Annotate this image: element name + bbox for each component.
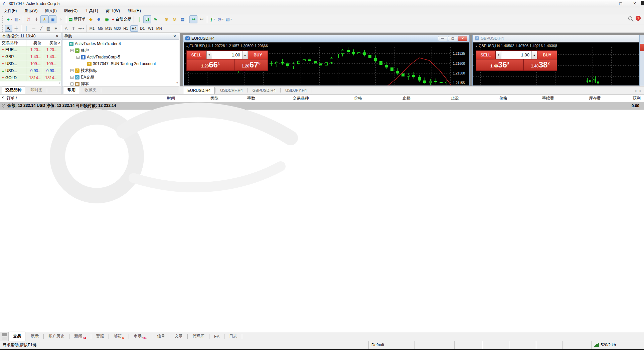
- scroll-down-icon[interactable]: ˅: [176, 81, 178, 84]
- volume-down-icon[interactable]: ▼: [206, 51, 212, 59]
- channel-tool[interactable]: ▨: [45, 25, 52, 32]
- search-icon[interactable]: [628, 16, 632, 20]
- timeframe-mn[interactable]: MN: [155, 25, 163, 32]
- tab-left-icon[interactable]: ◂: [635, 89, 636, 93]
- metaeditor-button[interactable]: ◆: [87, 15, 95, 23]
- chart-title-bar[interactable]: M EURUSD,H4 — ▢ ✕: [183, 35, 469, 42]
- timeframe-h1[interactable]: H1: [122, 25, 130, 32]
- text-tool[interactable]: A: [62, 25, 70, 32]
- expand-toggle-icon[interactable]: +: [70, 82, 73, 85]
- timeframe-m1[interactable]: M1: [88, 25, 96, 32]
- market-watch-row[interactable]: ▼GOLD1814...1814...: [0, 74, 61, 81]
- minimize-button[interactable]: —: [602, 0, 611, 6]
- terminal-tab-3[interactable]: 账户历史: [44, 332, 69, 341]
- auto-scroll-button[interactable]: ↦: [189, 15, 197, 23]
- tree-item[interactable]: −●账户: [62, 47, 179, 54]
- timeframe-d1[interactable]: D1: [139, 25, 146, 32]
- terminal-tab-5[interactable]: 警报: [92, 332, 108, 341]
- menu-item[interactable]: 插入(I): [41, 7, 60, 14]
- orders-column-8[interactable]: 止盈: [414, 96, 462, 101]
- timeframe-h4[interactable]: H4: [130, 25, 138, 32]
- menu-item[interactable]: 帮助(H): [124, 7, 145, 14]
- trendline-tool[interactable]: ╱: [37, 25, 45, 32]
- indicators-button[interactable]: ƒ▾: [208, 15, 216, 23]
- terminal-tab-2[interactable]: 展示: [26, 332, 43, 341]
- navigator-toggle[interactable]: ★: [40, 15, 48, 23]
- notifications-badge[interactable]: 1: [636, 16, 641, 21]
- terminal-tab-12[interactable]: 日志: [225, 332, 241, 341]
- volume-stepper[interactable]: ▼ 1.00 ▲: [206, 51, 248, 59]
- navigator-tab-1[interactable]: 常用: [64, 86, 79, 94]
- market-watch-tab-2[interactable]: 即时图: [27, 86, 46, 94]
- market-watch-row[interactable]: ▼USD...109....109....: [0, 60, 61, 67]
- tile-windows-button[interactable]: ▦: [178, 15, 186, 23]
- strategy-tester-toggle[interactable]: ◔: [56, 15, 64, 23]
- terminal-tab-9[interactable]: 文章: [170, 332, 187, 341]
- terminal-tab-8[interactable]: 信号: [153, 332, 169, 341]
- crosshair-tool[interactable]: ┼: [12, 25, 20, 32]
- market-watch-tab-1[interactable]: 交易品种: [2, 86, 25, 94]
- terminal-tab-11[interactable]: EA: [210, 333, 224, 341]
- chart-tab-2[interactable]: USDCHF,H4: [216, 87, 247, 94]
- horizontal-line-tool[interactable]: ─: [30, 25, 37, 32]
- navigator-tab-2[interactable]: 收藏夹: [81, 86, 100, 94]
- menu-item[interactable]: 图表(C): [60, 7, 82, 14]
- signals-button[interactable]: ◉: [103, 15, 111, 23]
- vertical-line-tool[interactable]: │: [23, 25, 30, 32]
- buy-button[interactable]: BUY: [248, 51, 268, 59]
- market-watch-row[interactable]: ▲USD...0.90...0.90...: [0, 67, 61, 74]
- timeframe-m30[interactable]: M30: [113, 25, 121, 32]
- price-scale-eurusd[interactable]: 1.218251.216001.213801.21155: [451, 42, 469, 85]
- status-profile[interactable]: Default: [368, 341, 414, 349]
- ask-price[interactable]: 1.20676: [234, 59, 268, 70]
- maximize-button[interactable]: ▢: [616, 0, 625, 6]
- orders-column-9[interactable]: 价格: [462, 96, 511, 101]
- tree-item[interactable]: +◇EA交易: [62, 74, 179, 80]
- tree-item[interactable]: −▮ActivTradesCorp-5: [62, 54, 179, 60]
- chart-restore-button[interactable]: ▢: [448, 36, 457, 41]
- sell-button[interactable]: SELL: [187, 51, 206, 59]
- scroll-down-icon[interactable]: ˅: [59, 81, 60, 84]
- menu-item[interactable]: 文件(F): [0, 7, 20, 14]
- collapse-triangle-icon[interactable]: ▲: [475, 45, 478, 48]
- profiles-button[interactable]: ▥▾: [13, 15, 21, 23]
- mql-editor-button[interactable]: ☻: [95, 15, 103, 23]
- volume-down-icon[interactable]: ▼: [496, 51, 501, 59]
- candlestick-chart-button[interactable]: [143, 15, 151, 23]
- tree-item[interactable]: +▤脚本: [62, 80, 179, 86]
- chart-title-bar[interactable]: M GBPUSD,H4: [473, 35, 644, 42]
- tab-right-icon[interactable]: ▸: [640, 89, 641, 93]
- buy-button[interactable]: BUY: [537, 51, 557, 59]
- tree-item[interactable]: MActivTrades MetaTrader 4: [62, 40, 179, 47]
- terminal-close-icon[interactable]: ✕: [1, 96, 5, 100]
- bar-chart-button[interactable]: ║: [135, 15, 143, 23]
- docked-panel-grip[interactable]: [0, 332, 9, 341]
- bid-price[interactable]: 1.40363: [476, 59, 523, 70]
- cursor-tool[interactable]: ↖: [5, 25, 12, 32]
- volume-value[interactable]: 1.00: [501, 52, 531, 57]
- chart-area-eurusd[interactable]: ▲EURUSD,H4 1.20728 1.21057 1.20509 1.206…: [184, 42, 469, 85]
- orders-column-7[interactable]: 止损: [365, 96, 414, 101]
- timeframe-m15[interactable]: M15: [105, 25, 113, 32]
- close-icon[interactable]: ✕: [55, 34, 59, 39]
- terminal-tab-1[interactable]: 交易: [9, 332, 25, 341]
- sell-button[interactable]: SELL: [476, 51, 495, 59]
- orders-column-10[interactable]: 手续费: [511, 96, 557, 101]
- timeframe-m5[interactable]: M5: [97, 25, 104, 32]
- chart-area-gbpusd[interactable]: ▲GBPUSD,H4 1.40502 1.40706 1.40216 1.403…: [473, 42, 644, 85]
- tree-item[interactable]: +ƒ技术指标: [62, 67, 179, 74]
- menu-item[interactable]: 窗口(W): [102, 7, 124, 14]
- tree-item[interactable]: ●3017047: SUN Taoling 2nd account: [62, 60, 179, 67]
- collapse-toggle-icon[interactable]: −: [70, 49, 73, 52]
- volume-stepper[interactable]: ▼ 1.00 ▲: [496, 51, 537, 59]
- chart-tab-3[interactable]: GBPUSD,H4: [248, 87, 280, 94]
- new-order-button[interactable]: ▤新订单: [67, 15, 87, 23]
- chart-tab-1[interactable]: EURUSD,H4: [183, 87, 215, 95]
- close-button[interactable]: ✕: [630, 0, 639, 6]
- line-chart-button[interactable]: ∿: [151, 15, 159, 23]
- market-watch-row[interactable]: ▼EUR...1.20...1.20...: [0, 46, 61, 53]
- market-watch-row[interactable]: ▼GBP...1.40...1.40...: [0, 53, 61, 60]
- orders-column-6[interactable]: 价格: [312, 96, 365, 101]
- timeframe-w1[interactable]: W1: [147, 25, 155, 32]
- terminal-tab-6[interactable]: 邮箱6: [109, 332, 128, 341]
